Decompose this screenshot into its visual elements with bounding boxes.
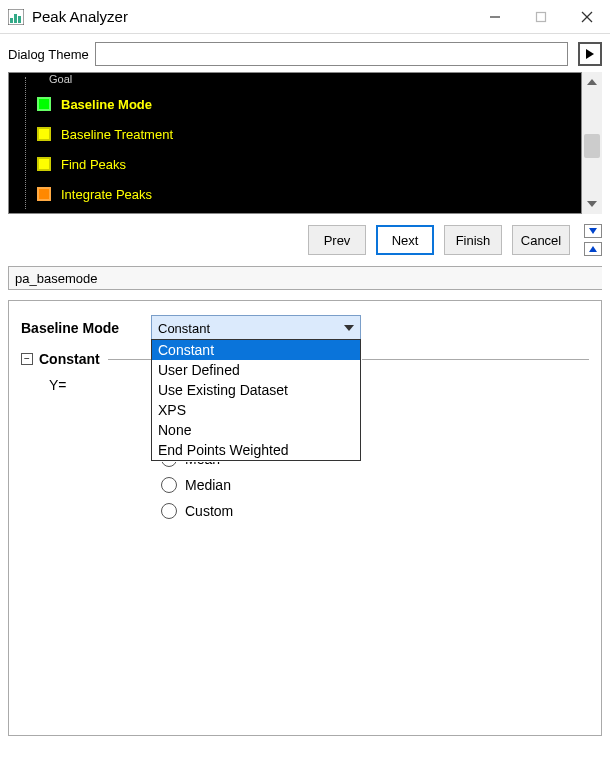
step-status-icon (37, 157, 51, 171)
baseline-mode-dropdown-list[interactable]: ConstantUser DefinedUse Existing Dataset… (151, 339, 361, 461)
svg-marker-9 (587, 79, 597, 85)
app-icon (8, 9, 24, 25)
svg-marker-12 (589, 246, 597, 252)
y-radio-option[interactable]: Median (161, 477, 233, 493)
tree-connector (25, 77, 26, 209)
baseline-mode-label: Baseline Mode (21, 320, 151, 336)
step-label: Baseline Mode (61, 97, 152, 112)
scroll-down-icon[interactable] (582, 194, 602, 214)
svg-rect-2 (14, 14, 17, 23)
svg-rect-5 (537, 12, 546, 21)
step-label: Baseline Treatment (61, 127, 173, 142)
step-label: Goal (49, 73, 72, 85)
svg-rect-1 (10, 18, 13, 23)
wizard-step[interactable]: Integrate Peaks (9, 179, 581, 209)
chevron-down-icon (344, 325, 354, 331)
dialog-theme-menu-button[interactable] (578, 42, 602, 66)
cancel-button[interactable]: Cancel (512, 225, 570, 255)
dialog-theme-row: Dialog Theme (0, 34, 610, 72)
svg-marker-8 (586, 49, 594, 59)
radio-icon (161, 477, 177, 493)
step-status-icon (37, 127, 51, 141)
maximize-button[interactable] (518, 0, 564, 34)
wizard-nav-row: Prev Next Finish Cancel (0, 214, 610, 266)
step-label: Integrate Peaks (61, 187, 152, 202)
next-button[interactable]: Next (376, 225, 434, 255)
dropdown-option[interactable]: Constant (152, 340, 360, 360)
radio-label: Median (185, 477, 231, 493)
wizard-step[interactable]: Goal (9, 73, 581, 89)
svg-rect-3 (18, 16, 21, 23)
page-id-field: pa_basemode (8, 266, 602, 290)
finish-button[interactable]: Finish (444, 225, 502, 255)
collapse-icon: − (21, 353, 33, 365)
radio-label: Custom (185, 503, 233, 519)
svg-marker-10 (587, 201, 597, 207)
dialog-theme-input[interactable] (95, 42, 568, 66)
scroll-thumb[interactable] (584, 134, 600, 158)
dropdown-option[interactable]: End Points Weighted (152, 440, 360, 460)
step-label: Find Peaks (61, 157, 126, 172)
dropdown-option[interactable]: User Defined (152, 360, 360, 380)
baseline-mode-value: Constant (158, 321, 210, 336)
main-form-panel: Baseline Mode Constant − Constant Y= Con… (8, 300, 602, 736)
dropdown-option[interactable]: XPS (152, 400, 360, 420)
step-status-icon (37, 97, 51, 111)
wizard-steps-panel: GoalBaseline ModeBaseline TreatmentFind … (8, 72, 582, 214)
y-radio-option[interactable]: Custom (161, 503, 233, 519)
dialog-theme-label: Dialog Theme (8, 47, 89, 62)
dropdown-option[interactable]: None (152, 420, 360, 440)
steps-scrollbar[interactable] (582, 72, 602, 214)
dropdown-option[interactable]: Use Existing Dataset (152, 380, 360, 400)
panel-collapse-up-button[interactable] (584, 242, 602, 256)
radio-icon (161, 503, 177, 519)
titlebar: Peak Analyzer (0, 0, 610, 34)
panel-collapse-down-button[interactable] (584, 224, 602, 238)
svg-marker-13 (344, 325, 354, 331)
minimize-button[interactable] (472, 0, 518, 34)
wizard-step[interactable]: Find Peaks (9, 149, 581, 179)
constant-section-label: Constant (39, 351, 100, 367)
window-title: Peak Analyzer (32, 8, 472, 25)
close-button[interactable] (564, 0, 610, 34)
scroll-up-icon[interactable] (582, 72, 602, 92)
baseline-mode-select[interactable]: Constant (151, 315, 361, 341)
step-status-icon (37, 187, 51, 201)
wizard-step[interactable]: Baseline Treatment (9, 119, 581, 149)
svg-marker-11 (589, 228, 597, 234)
wizard-step[interactable]: Baseline Mode (9, 89, 581, 119)
prev-button[interactable]: Prev (308, 225, 366, 255)
